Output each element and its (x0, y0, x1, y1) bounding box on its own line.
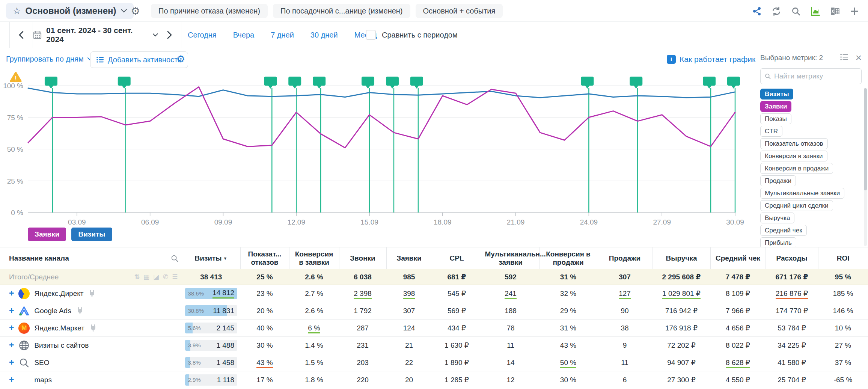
metric-chip-Конверсия в заявки[interactable]: Конверсия в заявки (760, 151, 827, 161)
visits-cell: 3.9%1 488 (182, 337, 240, 354)
chart-icon[interactable] (810, 6, 821, 17)
legend-Заявки[interactable]: Заявки (28, 228, 66, 241)
metric-chip-Средний чек[interactable]: Средний чек (760, 225, 807, 236)
metric-chip-Выручка[interactable]: Выручка (760, 213, 794, 223)
report-title: Основной (изменен) (26, 6, 116, 16)
report-tab-1[interactable]: По посадочной с...анице (изменен) (273, 4, 410, 18)
excel-icon[interactable] (830, 6, 840, 17)
activity-marker-flag[interactable] (313, 77, 326, 89)
metric-search-input[interactable] (774, 72, 857, 80)
metric-chip-Показы[interactable]: Показы (760, 113, 791, 124)
star-icon[interactable]: ☆ (13, 6, 21, 15)
channel-name[interactable]: Визиты с сайтов (34, 341, 89, 350)
activity-marker-flag[interactable] (118, 77, 131, 89)
metric-chip-Прибыль[interactable]: Прибыль (760, 237, 796, 248)
cell-1-8: 90 (597, 302, 653, 320)
column-header-13[interactable]: ROI (818, 247, 868, 269)
cell-0-5: 545 ₽ (432, 285, 482, 302)
compare-period-checkbox[interactable] (366, 30, 376, 40)
report-settings-gear-icon[interactable]: ⚙ (131, 5, 140, 17)
column-header-5[interactable]: Заявки (386, 247, 432, 269)
column-header-6[interactable]: CPL (432, 247, 482, 269)
activity-marker-flag[interactable] (45, 77, 57, 89)
activity-marker-flag[interactable] (581, 77, 594, 89)
activity-marker-flag[interactable] (630, 77, 642, 89)
column-header-2[interactable]: Показат... отказов (240, 247, 289, 269)
metric-chip-Показатель отказов[interactable]: Показатель отказов (760, 138, 828, 149)
prev-period-button[interactable] (10, 22, 33, 48)
activity-marker-flag[interactable] (410, 77, 423, 89)
expand-row-button[interactable]: + (9, 289, 14, 298)
expand-row-button[interactable]: + (9, 341, 14, 350)
metric-chip-Конверсия в продажи[interactable]: Конверсия в продажи (760, 163, 833, 174)
compare-period-label[interactable]: Сравнить с периодом (382, 31, 458, 39)
summary-icon-2[interactable]: ◪ (153, 273, 159, 281)
expand-row-button[interactable]: + (9, 306, 14, 315)
share-icon[interactable] (752, 6, 762, 17)
cell-5-11: 25 704 ₽ (766, 371, 818, 389)
expand-row-button[interactable]: + (9, 375, 14, 384)
cell-2-8: 38 (597, 320, 653, 337)
cell-3-8: 9 (597, 337, 653, 354)
activity-marker-flag[interactable] (703, 77, 716, 89)
add-icon[interactable] (849, 6, 860, 17)
refresh-icon[interactable] (771, 6, 782, 17)
cell-2-12: 10 % (818, 320, 868, 337)
column-header-3[interactable]: Конверсия в заявки (289, 247, 339, 269)
metric-chip-Заявки[interactable]: Заявки (760, 101, 791, 112)
legend-Визиты[interactable]: Визиты (71, 228, 112, 241)
metric-chip-Средний цикл сделки[interactable]: Средний цикл сделки (760, 200, 833, 211)
activity-marker-flag[interactable] (264, 77, 277, 89)
activity-marker-flag[interactable] (362, 77, 374, 89)
cell-1-10: 7 966 ₽ (710, 302, 766, 320)
column-header-11[interactable]: Средний чек (710, 247, 766, 269)
column-header-9[interactable]: Продажи (597, 247, 653, 269)
quick-range-2[interactable]: 7 дней (271, 31, 294, 39)
yandex-market-icon: M (18, 323, 30, 334)
metric-chip-Мультиканальные заявки[interactable]: Мультиканальные заявки (760, 188, 844, 199)
summary-icon-4[interactable]: ☰ (172, 273, 178, 281)
activity-marker-flag[interactable] (288, 77, 301, 89)
date-range-picker[interactable]: 01 сент. 2024 - 30 сент. 2024 (33, 22, 158, 48)
expand-row-button[interactable]: + (9, 324, 14, 332)
cell-1-12: 146 % (818, 302, 868, 320)
quick-range-0[interactable]: Сегодня (188, 31, 217, 39)
channel-name[interactable]: SEO (34, 359, 49, 367)
summary-value-6: 592 (482, 269, 539, 285)
column-header-12[interactable]: Расходы (766, 247, 818, 269)
metrics-scrollbar[interactable] (864, 88, 867, 246)
expand-row-button[interactable]: + (9, 358, 14, 367)
channel-name[interactable]: Яндекс.Директ (34, 289, 83, 298)
metric-chip-Визиты[interactable]: Визиты (760, 89, 793, 100)
column-header-8[interactable]: Конверсия в продажи (539, 247, 597, 269)
channel-name[interactable]: Яндекс.Маркет (34, 324, 84, 332)
summary-icon-3[interactable]: ✆ (163, 273, 168, 281)
metrics-scrollbar-thumb[interactable] (864, 88, 867, 190)
report-tab-0[interactable]: По причине отказа (изменен) (151, 4, 268, 18)
search-icon[interactable] (791, 6, 801, 17)
summary-icon-0[interactable]: ⇅ (134, 273, 140, 281)
metric-chip-Продажи[interactable]: Продажи (760, 175, 796, 186)
next-period-button[interactable] (158, 22, 181, 48)
summary-icon-1[interactable]: ▦ (143, 273, 149, 281)
visits-value[interactable]: 14 812 (212, 289, 234, 299)
metric-chip-CTR[interactable]: CTR (760, 126, 782, 137)
column-header-channel[interactable]: Название канала (0, 247, 182, 269)
cell-2-10: 4 656 ₽ (710, 320, 766, 337)
activity-marker-flag[interactable] (727, 77, 740, 89)
activity-marker-flag[interactable] (386, 77, 399, 89)
close-icon[interactable]: × (856, 53, 862, 63)
channel-name[interactable]: maps (34, 376, 51, 384)
channel-search-icon[interactable] (170, 254, 179, 262)
quick-range-links: СегодняВчера7 дней30 днейМесяц (188, 22, 377, 48)
column-header-10[interactable]: Выручка (653, 247, 710, 269)
channel-name[interactable]: Google Ads (34, 307, 71, 315)
metrics-list-icon[interactable] (840, 53, 849, 62)
quick-range-3[interactable]: 30 дней (310, 31, 338, 39)
report-tab-2[interactable]: Основной + события (416, 4, 503, 18)
column-header-7[interactable]: Мультиканальн... заявки (482, 247, 539, 269)
column-header-1[interactable]: Визиты▼ (182, 247, 240, 269)
quick-range-1[interactable]: Вчера (233, 31, 254, 39)
report-selector[interactable]: ☆ Основной (изменен) (6, 3, 134, 19)
column-header-4[interactable]: Звонки (339, 247, 386, 269)
